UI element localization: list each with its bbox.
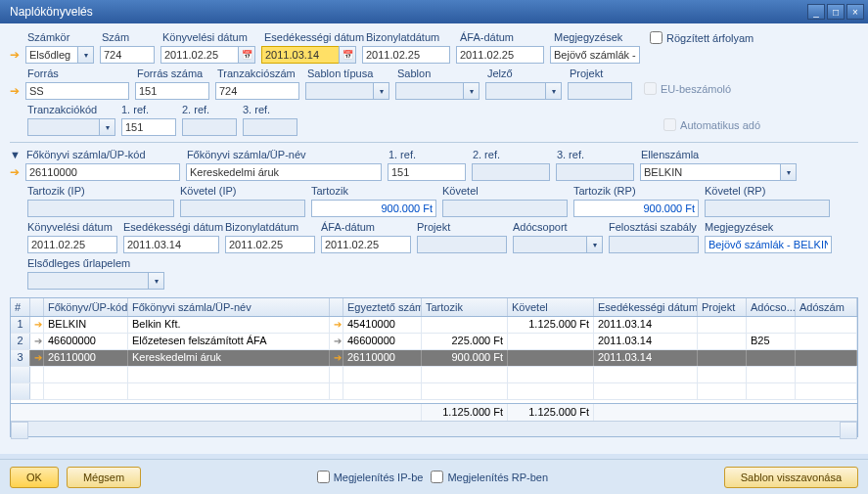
fokonyv-nev-input[interactable]: [186, 163, 382, 181]
kovetel-ip-input[interactable]: [180, 200, 305, 217]
biz-datum-label: Bizonylatdátum: [366, 31, 454, 43]
esed-datum-label: Esedékességi dátum: [264, 31, 360, 43]
cancel-button[interactable]: Mégsem: [67, 467, 141, 488]
megj-label: Megjegyzések: [554, 31, 644, 43]
kovetel-input[interactable]: [442, 200, 568, 217]
col-adoszam[interactable]: Adószám: [796, 298, 857, 316]
afa-datum-input[interactable]: [456, 46, 544, 64]
forras-szama-input[interactable]: [135, 82, 209, 100]
adocsoport-input[interactable]: [513, 236, 587, 253]
felosztas-input[interactable]: [609, 236, 699, 253]
m-ref2-input[interactable]: [472, 163, 550, 181]
tranz-szam-input[interactable]: [215, 82, 299, 100]
sablon-tipus-label: Sablon típusa: [307, 67, 391, 79]
minimize-button[interactable]: _: [807, 4, 825, 20]
forras-input[interactable]: [25, 82, 129, 100]
ref3-input[interactable]: [243, 118, 297, 136]
szamkor-dropdown-icon[interactable]: ▾: [78, 46, 94, 64]
tranz-kod-input[interactable]: [27, 118, 100, 136]
calendar-icon[interactable]: 📅: [339, 46, 356, 64]
kovetel-rp-input[interactable]: [705, 200, 830, 217]
megj-ip-checkbox[interactable]: [317, 471, 330, 483]
m-afa-datum-input[interactable]: [321, 236, 411, 253]
table-row[interactable]: [11, 367, 857, 383]
calendar-icon[interactable]: 📅: [238, 46, 255, 64]
m-projekt-input[interactable]: [417, 236, 507, 253]
m-esed-datum-input[interactable]: [123, 236, 219, 253]
dropdown-icon[interactable]: ▾: [781, 163, 797, 181]
table-row[interactable]: 1➔BELKINBelkin Kft.➔454100001.125.000 Ft…: [11, 317, 857, 334]
fokonyv-nev-label: Főkönyvi számla/ÜP-név: [187, 149, 383, 160]
megj-rp-checkbox[interactable]: [431, 471, 443, 483]
scrollbar-horizontal[interactable]: [11, 421, 857, 436]
fokonyv-kod-input[interactable]: [25, 163, 180, 181]
tartozik-ip-input[interactable]: [27, 200, 174, 217]
grid: # Főkönyv/ÜP-kód Főkönyvi számla/ÜP-név …: [10, 297, 858, 437]
m-biz-datum-input[interactable]: [225, 236, 315, 253]
row-arrow-icon: ➔: [10, 84, 20, 98]
m-ref3-label: 3. ref.: [557, 149, 635, 160]
ellen-input[interactable]: [640, 163, 781, 181]
dropdown-icon[interactable]: ▾: [100, 118, 115, 136]
auto-ado-label: Automatikus adó: [680, 119, 760, 131]
ref2-input[interactable]: [182, 118, 237, 136]
megj-input[interactable]: [550, 46, 640, 64]
tartozik-label: Tartozik: [311, 185, 436, 197]
m-afa-datum-label: ÁFA-dátum: [321, 221, 411, 233]
projekt-input[interactable]: [568, 82, 632, 100]
dropdown-icon[interactable]: ▾: [149, 272, 164, 290]
col-egyezteto[interactable]: Egyeztető számla: [343, 298, 422, 316]
col-fokonyv-nev[interactable]: Főkönyvi számla/ÜP-név: [128, 298, 330, 316]
total-tartozik: 1.125.000 Ft: [422, 404, 508, 421]
tartozik-ip-label: Tartozik (IP): [27, 185, 174, 197]
szamkor-input[interactable]: [25, 46, 78, 64]
rogzitett-checkbox[interactable]: [650, 31, 662, 44]
tartozik-input[interactable]: [311, 200, 436, 217]
col-esed[interactable]: Esedékességi dátum: [594, 298, 698, 316]
m-ref3-input[interactable]: [556, 163, 634, 181]
jelzo-input[interactable]: [485, 82, 546, 100]
forras-label: Forrás: [27, 67, 131, 79]
elso-urlap-input[interactable]: [27, 272, 149, 290]
m-ref1-input[interactable]: [388, 163, 466, 181]
m-konyv-datum-label: Könyvelési dátum: [27, 221, 117, 233]
grid-header: # Főkönyv/ÜP-kód Főkönyvi számla/ÜP-név …: [11, 298, 857, 317]
col-kovetel[interactable]: Követel: [508, 298, 594, 316]
col-tartozik[interactable]: Tartozik: [422, 298, 508, 316]
collapse-icon[interactable]: ▼: [10, 149, 21, 160]
col-num[interactable]: #: [11, 298, 30, 316]
dropdown-icon[interactable]: ▾: [587, 236, 603, 253]
ok-button[interactable]: OK: [10, 467, 59, 488]
table-row[interactable]: 2➔46600000Előzetesen felszámított ÁFA➔46…: [11, 334, 857, 350]
biz-datum-input[interactable]: [362, 46, 450, 64]
projekt-label: Projekt: [570, 67, 634, 79]
szam-input[interactable]: [100, 46, 155, 64]
col-adocs[interactable]: Adócso...: [747, 298, 796, 316]
szamkor-label: Számkör: [27, 31, 96, 43]
m-megj-input[interactable]: [705, 236, 832, 253]
close-button[interactable]: ×: [846, 4, 864, 20]
titlebar: Naplókönyvelés _ □ ×: [0, 0, 868, 23]
konyv-datum-input[interactable]: [160, 46, 239, 64]
sablon-tipus-input[interactable]: [305, 82, 374, 100]
esed-datum-input[interactable]: [261, 46, 340, 64]
sablon-vissza-button[interactable]: Sablon visszavonása: [724, 467, 858, 488]
m-ref2-label: 2. ref.: [473, 149, 551, 160]
table-row[interactable]: [11, 383, 857, 400]
dropdown-icon[interactable]: ▾: [546, 82, 562, 100]
maximize-button[interactable]: □: [827, 4, 845, 20]
m-biz-datum-label: Bizonylatdátum: [225, 221, 315, 233]
ref1-input[interactable]: [121, 118, 176, 136]
tartozik-rp-input[interactable]: [573, 200, 699, 217]
dropdown-icon[interactable]: ▾: [464, 82, 480, 100]
m-konyv-datum-input[interactable]: [27, 236, 117, 253]
row-arrow-icon: ➔: [10, 165, 20, 179]
sablon-input[interactable]: [395, 82, 464, 100]
elso-urlap-label: Elsődleges űrlapelem: [27, 257, 164, 269]
col-projekt[interactable]: Projekt: [698, 298, 747, 316]
col-fokonyv-kod[interactable]: Főkönyv/ÜP-kód: [44, 298, 128, 316]
m-projekt-label: Projekt: [417, 221, 507, 233]
table-row[interactable]: 3➔26110000Kereskedelmi áruk➔26110000900.…: [11, 350, 857, 367]
jelzo-label: Jelző: [487, 67, 564, 79]
dropdown-icon[interactable]: ▾: [374, 82, 389, 100]
